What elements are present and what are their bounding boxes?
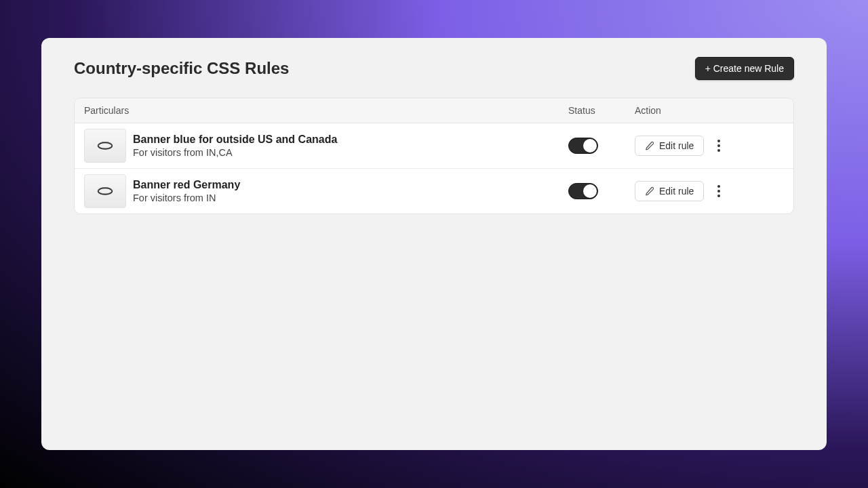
rule-text-block: Banner blue for outside US and Canada Fo… xyxy=(133,134,568,158)
action-cell: Edit rule xyxy=(635,136,784,156)
ring-icon xyxy=(94,184,116,199)
edit-rule-button[interactable]: Edit rule xyxy=(635,181,704,201)
create-rule-button[interactable]: + Create new Rule xyxy=(695,57,794,80)
column-header-action: Action xyxy=(635,105,784,116)
more-actions-button[interactable] xyxy=(712,182,726,201)
svg-point-0 xyxy=(98,142,112,148)
more-actions-button[interactable] xyxy=(712,136,726,155)
header-row: Country-specific CSS Rules + Create new … xyxy=(74,57,794,80)
rule-subtitle: For visitors from IN xyxy=(133,192,568,203)
status-toggle[interactable] xyxy=(568,183,598,199)
edit-rule-button[interactable]: Edit rule xyxy=(635,136,704,156)
status-cell xyxy=(568,183,635,199)
pencil-icon xyxy=(645,141,654,150)
rule-title: Banner blue for outside US and Canada xyxy=(133,134,568,146)
status-toggle[interactable] xyxy=(568,138,598,154)
edit-rule-label: Edit rule xyxy=(659,140,694,151)
page-title: Country-specific CSS Rules xyxy=(74,59,289,78)
status-cell xyxy=(568,138,635,154)
rule-title: Banner red Germany xyxy=(133,179,568,191)
column-header-particulars: Particulars xyxy=(84,105,568,116)
rule-text-block: Banner red Germany For visitors from IN xyxy=(133,179,568,203)
main-panel: Country-specific CSS Rules + Create new … xyxy=(41,38,827,450)
rule-thumbnail xyxy=(84,129,126,163)
ring-icon xyxy=(94,138,116,153)
svg-point-2 xyxy=(98,188,112,194)
table-row: Banner blue for outside US and Canada Fo… xyxy=(75,123,793,169)
edit-rule-label: Edit rule xyxy=(659,186,694,197)
column-header-status: Status xyxy=(568,105,635,116)
rule-thumbnail xyxy=(84,174,126,208)
table-row: Banner red Germany For visitors from IN … xyxy=(75,169,793,214)
table-header: Particulars Status Action xyxy=(75,98,793,123)
rules-table: Particulars Status Action Banner blue fo… xyxy=(74,98,794,214)
rule-subtitle: For visitors from IN,CA xyxy=(133,147,568,158)
action-cell: Edit rule xyxy=(635,181,784,201)
pencil-icon xyxy=(645,186,654,196)
